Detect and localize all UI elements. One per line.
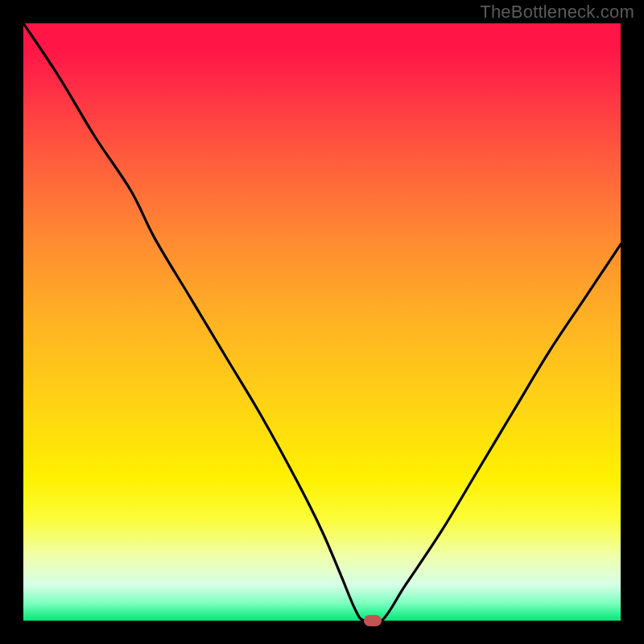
chart-frame: TheBottleneck.com [0, 0, 644, 644]
plot-area [23, 23, 621, 621]
watermark-text: TheBottleneck.com [480, 2, 634, 23]
bottleneck-curve [23, 23, 621, 621]
optimal-marker [364, 615, 382, 626]
